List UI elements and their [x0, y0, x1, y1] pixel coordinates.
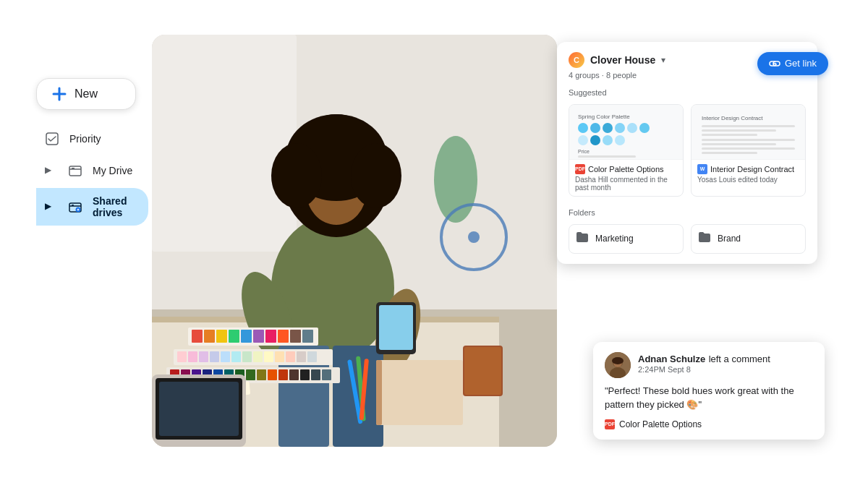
svg-rect-24 — [216, 330, 227, 343]
svg-rect-55 — [257, 369, 266, 380]
svg-rect-57 — [278, 369, 288, 380]
priority-icon — [45, 132, 59, 146]
svg-rect-25 — [229, 330, 239, 343]
comment-meta: Adnan Schulze left a comment 2:24PM Sept… — [638, 352, 813, 374]
svg-rect-88 — [72, 205, 74, 206]
doc-icon: W — [697, 164, 707, 174]
comment-text: "Perfect! These bold hues work great wit… — [605, 384, 813, 412]
interior-design-preview: Interior Design Contract — [692, 105, 805, 159]
folders-section-title: Folders — [569, 208, 806, 217]
svg-rect-60 — [311, 369, 320, 380]
link-icon — [769, 58, 780, 69]
svg-rect-43 — [286, 351, 295, 362]
comment-file-pdf-icon: PDF — [605, 419, 615, 429]
svg-rect-41 — [264, 351, 273, 362]
sidebar-item-mydrive-label: My Drive — [93, 165, 132, 176]
folder-icon-marketing — [575, 231, 590, 247]
svg-rect-61 — [322, 369, 331, 380]
svg-rect-59 — [300, 369, 310, 380]
svg-rect-31 — [302, 330, 313, 343]
suggested-section-title: Suggested — [569, 88, 806, 97]
svg-rect-44 — [297, 351, 306, 362]
svg-rect-37 — [221, 351, 230, 362]
folders-grid: Marketing Brand — [569, 224, 806, 254]
file-meta-color-palette: Dasha Hill commented in the past month — [575, 176, 677, 192]
sidebar-item-priority[interactable]: Priority — [36, 124, 148, 153]
svg-rect-86 — [72, 168, 75, 169]
svg-rect-76 — [376, 360, 382, 425]
file-info-color-palette: PDF Color Palette Options Dasha Hill com… — [569, 159, 683, 196]
svg-rect-36 — [210, 351, 219, 362]
new-button-label: New — [75, 87, 98, 100]
file-info-interior-design: W Interior Design Contract Yosas Louis e… — [692, 159, 805, 188]
drive-icon — [68, 163, 82, 178]
folder-name-marketing: Marketing — [595, 234, 634, 244]
svg-rect-23 — [204, 330, 215, 343]
clover-avatar: C — [569, 52, 584, 68]
plus-icon — [51, 86, 67, 102]
svg-rect-85 — [69, 166, 81, 176]
color-palette-preview: Spring Color Palette — [569, 105, 683, 159]
svg-rect-35 — [199, 351, 208, 362]
folder-brand[interactable]: Brand — [691, 224, 806, 254]
comment-time: 2:24PM Sept 8 — [638, 365, 813, 374]
expand-icon-shared: ▶ — [45, 201, 56, 213]
svg-rect-54 — [246, 369, 255, 380]
sidebar-item-shared-drives[interactable]: ▶ Shared drives — [36, 188, 148, 226]
svg-rect-38 — [231, 351, 241, 362]
file-name-color-palette: PDF Color Palette Options — [575, 164, 677, 174]
svg-rect-30 — [290, 330, 301, 343]
sidebar-item-my-drive[interactable]: ▶ My Drive — [36, 156, 148, 185]
svg-rect-28 — [265, 330, 276, 343]
expand-icon: ▶ — [45, 165, 56, 176]
pdf-icon: PDF — [575, 164, 585, 174]
folder-name-brand: Brand — [718, 234, 741, 244]
svg-rect-29 — [278, 330, 289, 343]
svg-rect-22 — [192, 330, 203, 343]
shared-drives-icon — [68, 200, 82, 214]
svg-rect-81 — [159, 382, 239, 436]
svg-point-18 — [351, 143, 401, 208]
svg-rect-78 — [464, 347, 501, 395]
commenter-name: Adnan Schulze left a comment — [638, 352, 813, 365]
svg-rect-40 — [253, 351, 263, 362]
sidebar: New Priority ▶ My Drive — [36, 78, 152, 228]
svg-rect-75 — [376, 360, 463, 425]
svg-rect-42 — [275, 351, 284, 362]
file-card-color-palette[interactable]: Spring Color Palette — [569, 104, 684, 197]
clover-title: Clover House — [590, 54, 655, 66]
svg-rect-33 — [177, 351, 187, 362]
svg-point-6 — [468, 231, 480, 243]
file-name-interior-design: W Interior Design Contract — [697, 164, 799, 174]
folder-marketing[interactable]: Marketing — [569, 224, 684, 254]
get-link-button[interactable]: Get link — [757, 52, 828, 75]
svg-point-95 — [612, 357, 624, 364]
svg-rect-56 — [268, 369, 277, 380]
svg-point-17 — [271, 143, 322, 208]
comment-card: Adnan Schulze left a comment 2:24PM Sept… — [593, 342, 825, 440]
svg-rect-26 — [241, 330, 252, 343]
svg-rect-58 — [289, 369, 299, 380]
file-card-interior-design[interactable]: Interior Design Contract W Interior Desi… — [691, 104, 806, 197]
clover-panel: C Clover House ▾ Get link 4 groups · 8 p… — [557, 42, 817, 264]
sidebar-item-shared-label: Shared drives — [93, 195, 140, 218]
get-link-label: Get link — [785, 58, 817, 69]
new-button[interactable]: New — [36, 78, 136, 110]
svg-rect-3 — [152, 35, 297, 252]
main-scene: New Priority ▶ My Drive — [36, 20, 832, 468]
comment-file-name: Color Palette Options — [619, 419, 702, 429]
comment-file-ref: PDF Color Palette Options — [605, 419, 813, 429]
folders-section: Folders Marketing Br — [569, 208, 806, 254]
folder-icon-brand — [697, 231, 712, 247]
clover-header: C Clover House ▾ Get link — [569, 52, 806, 68]
svg-rect-45 — [307, 351, 317, 362]
svg-rect-27 — [253, 330, 264, 343]
suggested-files-grid: Spring Color Palette — [569, 104, 806, 197]
clover-chevron-icon: ▾ — [661, 55, 665, 65]
svg-rect-34 — [188, 351, 197, 362]
comment-header: Adnan Schulze left a comment 2:24PM Sept… — [605, 352, 813, 378]
commenter-avatar — [605, 352, 631, 378]
sidebar-item-priority-label: Priority — [69, 133, 101, 145]
avatar-image — [605, 352, 631, 378]
svg-rect-39 — [242, 351, 252, 362]
